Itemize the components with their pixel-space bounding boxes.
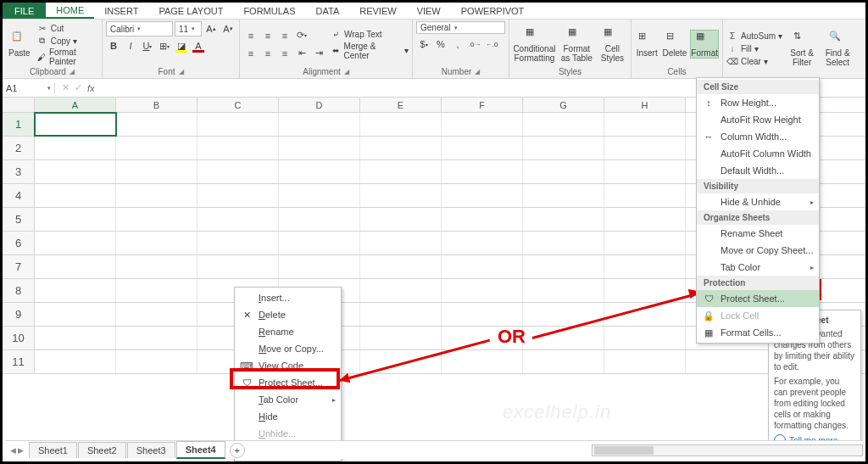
- cell[interactable]: [360, 160, 442, 183]
- wrap-text-button[interactable]: ⤶Wrap Text: [330, 29, 409, 41]
- cell[interactable]: [35, 327, 116, 349]
- cell[interactable]: [360, 208, 442, 231]
- increase-indent-button[interactable]: ⇥: [311, 46, 326, 61]
- cm-insert[interactable]: IInsert...nsert...: [235, 289, 341, 306]
- row-header-6[interactable]: 6: [3, 232, 35, 254]
- cell[interactable]: [35, 137, 116, 159]
- cell[interactable]: [442, 350, 523, 373]
- col-header-F[interactable]: F: [442, 98, 523, 112]
- cell[interactable]: [442, 303, 523, 326]
- cell-styles-button[interactable]: ▦ Cell Styles: [598, 26, 627, 63]
- col-header-G[interactable]: G: [523, 98, 604, 112]
- cell[interactable]: [360, 232, 442, 254]
- cell[interactable]: [523, 303, 604, 326]
- font-color-button[interactable]: A: [191, 38, 206, 53]
- decrease-font-button[interactable]: A▾: [220, 21, 236, 36]
- cell[interactable]: [604, 113, 686, 136]
- sheet-tab-4[interactable]: Sheet4: [176, 441, 225, 459]
- tab-file[interactable]: FILE: [3, 3, 46, 19]
- align-left-button[interactable]: ≡: [243, 46, 259, 61]
- prev-sheet-button[interactable]: ◀: [10, 446, 16, 455]
- cell[interactable]: [116, 184, 198, 207]
- cancel-formula-icon[interactable]: ✕: [62, 82, 70, 93]
- cell[interactable]: [35, 303, 116, 326]
- increase-font-button[interactable]: A▴: [203, 21, 219, 36]
- cell[interactable]: [523, 184, 604, 207]
- cm-delete[interactable]: ✕Delete: [235, 306, 341, 323]
- cell[interactable]: [604, 327, 686, 349]
- row-header-11[interactable]: 11: [3, 350, 35, 373]
- cell[interactable]: [604, 160, 686, 183]
- row-header-3[interactable]: 3: [3, 160, 35, 183]
- comma-format-button[interactable]: ,: [450, 36, 465, 52]
- insert-cells-button[interactable]: ⊞ Insert: [635, 31, 659, 58]
- fm-tab-color[interactable]: Tab Color▸: [697, 259, 819, 276]
- scrollbar-thumb[interactable]: [594, 446, 654, 455]
- fm-col-width[interactable]: ↔Column Width...: [697, 128, 819, 145]
- cell[interactable]: [523, 232, 604, 254]
- cell[interactable]: [442, 208, 523, 231]
- italic-button[interactable]: I: [123, 38, 138, 53]
- cell[interactable]: [35, 208, 116, 231]
- next-sheet-button[interactable]: ▶: [18, 446, 24, 455]
- cell[interactable]: [198, 255, 279, 278]
- fx-icon[interactable]: fx: [87, 83, 95, 93]
- tab-home[interactable]: HOME: [46, 3, 94, 19]
- cell[interactable]: [116, 303, 198, 326]
- sheet-tab-1[interactable]: Sheet1: [29, 442, 77, 458]
- cell[interactable]: [442, 113, 523, 136]
- fill-color-button[interactable]: ◪: [174, 38, 189, 53]
- enter-formula-icon[interactable]: ✓: [75, 82, 82, 93]
- dialog-launcher-icon[interactable]: ◢: [70, 68, 75, 75]
- col-header-C[interactable]: C: [198, 98, 279, 112]
- fm-protect-sheet[interactable]: 🛡Protect Sheet...: [697, 290, 819, 307]
- row-header-1[interactable]: 1: [3, 113, 35, 136]
- cell[interactable]: [279, 208, 360, 231]
- delete-cells-button[interactable]: ⊟ Delete: [662, 31, 687, 58]
- cell[interactable]: [360, 184, 442, 207]
- format-as-table-button[interactable]: ▦ Format as Table: [559, 26, 594, 63]
- cell[interactable]: [442, 255, 523, 278]
- fm-hide-unhide[interactable]: Hide & Unhide▸: [697, 193, 819, 210]
- cell[interactable]: [360, 113, 442, 136]
- name-box[interactable]: A1▾: [3, 83, 55, 93]
- row-header-5[interactable]: 5: [3, 208, 35, 231]
- cut-button[interactable]: ✂Cut: [36, 22, 98, 34]
- cell[interactable]: [116, 113, 198, 136]
- percent-format-button[interactable]: %: [433, 36, 448, 52]
- cell[interactable]: [35, 184, 116, 207]
- autosum-button[interactable]: ΣAutoSum▾: [726, 31, 782, 42]
- cell[interactable]: [523, 113, 604, 136]
- cell[interactable]: [198, 113, 279, 136]
- tab-review[interactable]: REVIEW: [349, 3, 406, 19]
- cell[interactable]: [360, 279, 442, 302]
- fm-rename-sheet[interactable]: Rename Sheet: [697, 225, 819, 242]
- sheet-tab-3[interactable]: Sheet3: [127, 442, 175, 458]
- find-select-button[interactable]: 🔍 Find & Select: [821, 31, 854, 67]
- font-name-select[interactable]: Calibri▾: [106, 21, 173, 36]
- cell[interactable]: [604, 208, 686, 231]
- cell[interactable]: [604, 232, 686, 254]
- increase-decimal-button[interactable]: .0→: [467, 36, 482, 52]
- cell[interactable]: [35, 255, 116, 278]
- col-header-D[interactable]: D: [279, 98, 360, 112]
- cell[interactable]: [604, 279, 686, 302]
- cell[interactable]: [116, 232, 198, 254]
- clear-button[interactable]: ⌫Clear▾: [726, 56, 782, 68]
- tab-page-layout[interactable]: PAGE LAYOUT: [148, 3, 233, 19]
- cell[interactable]: [279, 113, 360, 136]
- cell[interactable]: [523, 160, 604, 183]
- row-header-2[interactable]: 2: [3, 137, 35, 159]
- decrease-indent-button[interactable]: ⇤: [294, 46, 309, 61]
- fm-autofit-row[interactable]: AutoFit Row Height: [697, 111, 819, 128]
- font-size-select[interactable]: 11▾: [175, 21, 202, 36]
- col-header-E[interactable]: E: [360, 98, 442, 112]
- align-bottom-button[interactable]: ≡: [277, 28, 292, 43]
- cell[interactable]: [116, 350, 198, 373]
- tab-powerpivot[interactable]: POWERPIVOT: [451, 3, 535, 19]
- cm-move-copy[interactable]: Move or Copy...: [235, 340, 341, 357]
- decrease-decimal-button[interactable]: ←.0: [484, 36, 499, 52]
- cell[interactable]: [604, 137, 686, 159]
- bold-button[interactable]: B: [106, 38, 121, 53]
- cell[interactable]: [523, 255, 604, 278]
